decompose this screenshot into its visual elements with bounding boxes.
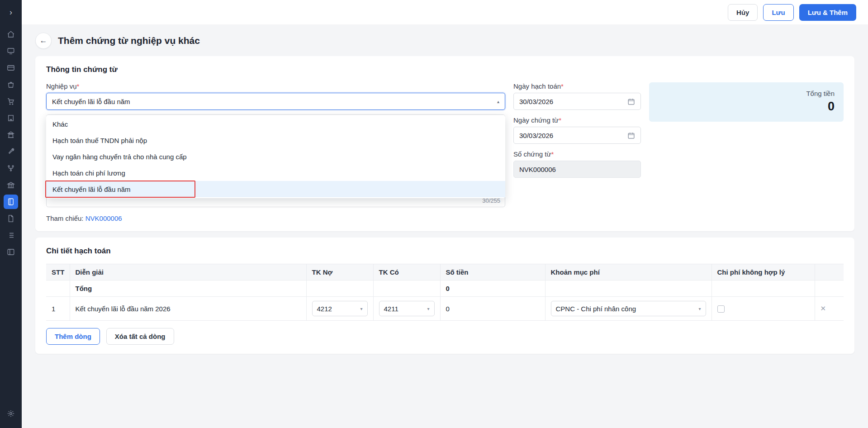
row-stt: 1 (46, 297, 70, 321)
required-asterisk: * (551, 150, 554, 158)
debit-account-value: 4212 (317, 305, 332, 313)
document-date-input[interactable]: 30/03/2026 (513, 127, 641, 144)
required-asterisk: * (561, 82, 564, 90)
detail-table: STT Diễn giải TK Nợ TK Có Số tiền Khoản … (46, 264, 844, 321)
save-button[interactable]: Lưu (763, 4, 793, 21)
sidebar-item-documents[interactable] (4, 211, 18, 226)
home-icon (7, 30, 15, 38)
posting-date-input[interactable]: 30/03/2026 (513, 93, 641, 110)
sidebar-item-bank[interactable] (4, 178, 18, 192)
reference-line: Tham chiếu: NVK000006 (46, 214, 505, 222)
dropdown-option-selected[interactable]: Kết chuyển lãi lỗ đầu năm (46, 181, 505, 197)
add-row-button[interactable]: Thêm dòng (46, 328, 100, 345)
reference-link[interactable]: NVK000006 (85, 214, 122, 222)
layout-icon (7, 248, 15, 256)
sidebar-item-purchases[interactable] (4, 77, 18, 92)
bank-icon (7, 181, 15, 189)
list-icon (7, 231, 15, 239)
settings-icon (7, 409, 15, 418)
summary-label: Tổng (70, 281, 306, 297)
column-header-debit: TK Nợ (306, 264, 373, 281)
shopping-cart-icon (7, 97, 15, 105)
sidebar: › (0, 0, 22, 428)
dropdown-option[interactable]: Hạch toán thuế TNDN phải nộp (46, 132, 505, 148)
document-date-value: 30/03/2026 (519, 132, 553, 139)
chevron-down-icon: ▾ (360, 306, 362, 311)
sidebar-nav (4, 24, 18, 400)
sidebar-item-list[interactable] (4, 228, 18, 243)
summary-row: Tổng 0 (46, 281, 844, 297)
expense-item-value: CPNC - Chi phí nhân công (556, 305, 636, 313)
chevron-right-icon: › (9, 8, 12, 17)
document-date-label: Ngày chứng từ* (513, 116, 641, 124)
table-row: 1 Kết chuyển lãi lỗ đầu năm 2026 4212 ▾ … (46, 297, 844, 321)
sidebar-item-sales[interactable] (4, 94, 18, 109)
sidebar-item-company[interactable] (4, 128, 18, 142)
column-header-invalid-expense: Chi phí không hợp lý (711, 264, 815, 281)
column-header-description: Diễn giải (70, 264, 306, 281)
chevron-down-icon: ▾ (698, 306, 701, 311)
dropdown-option[interactable]: Hạch toán chi phí lương (46, 165, 505, 181)
row-amount[interactable]: 0 (440, 297, 545, 321)
delete-all-rows-button[interactable]: Xóa tất cả dòng (106, 328, 174, 345)
org-chart-icon (7, 164, 15, 172)
table-actions: Thêm dòng Xóa tất cả dòng (46, 328, 844, 345)
sidebar-item-home[interactable] (4, 27, 18, 42)
credit-account-value: 4211 (384, 305, 398, 313)
calendar-icon (627, 98, 635, 105)
dropdown-option[interactable]: Vay ngân hàng chuyển trả cho nhà cung cấ… (46, 148, 505, 165)
required-asterisk: * (559, 116, 561, 124)
sidebar-item-layout[interactable] (4, 245, 18, 259)
sidebar-item-dashboard[interactable] (4, 44, 18, 58)
business-type-value: Kết chuyển lãi lỗ đầu năm (52, 98, 130, 105)
accounting-detail-card: Chi tiết hạch toán STT Diễn giải TK Nợ T… (35, 238, 854, 354)
save-and-add-button[interactable]: Lưu & Thêm (799, 4, 856, 21)
total-amount-value: 0 (658, 100, 835, 114)
business-type-dropdown: Khác Hạch toán thuế TNDN phải nộp Vay ng… (46, 115, 505, 198)
document-info-card: Thông tin chứng từ Nghiệp vụ* Kết chuyển… (35, 56, 854, 231)
invalid-expense-checkbox[interactable] (717, 305, 725, 313)
sidebar-item-warehouse[interactable] (4, 111, 18, 125)
column-header-actions (815, 264, 844, 281)
sidebar-item-payments[interactable] (4, 61, 18, 75)
page-title: Thêm chứng từ nghiệp vụ khác (58, 35, 200, 46)
dropdown-option[interactable]: Khác (46, 116, 505, 132)
business-type-label: Nghiệp vụ* (46, 82, 505, 90)
sidebar-item-settings[interactable] (4, 400, 18, 428)
document-number-input: NVK000006 (513, 161, 641, 178)
sidebar-item-org-chart[interactable] (4, 161, 18, 176)
building-icon (7, 114, 15, 122)
column-header-credit: TK Có (373, 264, 440, 281)
main-area: Hủy Lưu Lưu & Thêm ← Thêm chứng từ nghiệ… (22, 0, 868, 428)
cancel-button[interactable]: Hủy (728, 4, 758, 21)
document-number-label: Số chứng từ* (513, 150, 641, 158)
total-amount-panel: Tổng tiền 0 (649, 82, 844, 122)
shopping-bag-icon (7, 81, 15, 89)
arrow-left-icon: ← (40, 36, 47, 45)
column-header-expense-item: Khoản mục phí (545, 264, 711, 281)
company-icon (7, 131, 15, 139)
debit-account-select[interactable]: 4212 ▾ (312, 301, 368, 316)
sidebar-item-journal[interactable] (4, 195, 18, 209)
back-button[interactable]: ← (35, 33, 52, 49)
posting-date-label: Ngày hạch toán* (513, 82, 641, 90)
action-toolbar: Hủy Lưu Lưu & Thêm (22, 0, 868, 24)
document-number-value: NVK000006 (519, 166, 556, 173)
document-icon (7, 214, 15, 223)
delete-row-icon[interactable]: ✕ (821, 304, 826, 312)
calendar-icon (627, 132, 635, 139)
dashboard-icon (7, 47, 15, 55)
credit-account-select[interactable]: 4211 ▾ (379, 301, 435, 316)
row-description[interactable]: Kết chuyển lãi lỗ đầu năm 2026 (70, 297, 306, 321)
table-header-row: STT Diễn giải TK Nợ TK Có Số tiền Khoản … (46, 264, 844, 281)
sidebar-expand-button[interactable]: › (0, 0, 22, 24)
business-type-select[interactable]: Kết chuyển lãi lỗ đầu năm ▴ (46, 93, 505, 110)
sidebar-item-tools[interactable] (4, 144, 18, 159)
reference-label: Tham chiếu: (46, 214, 84, 222)
expense-item-select[interactable]: CPNC - Chi phí nhân công ▾ (551, 301, 706, 316)
column-header-amount: Số tiền (440, 264, 545, 281)
tools-icon (7, 147, 15, 156)
accounting-detail-title: Chi tiết hạch toán (46, 247, 844, 256)
chevron-up-icon: ▴ (497, 99, 499, 104)
summary-amount: 0 (440, 281, 545, 297)
